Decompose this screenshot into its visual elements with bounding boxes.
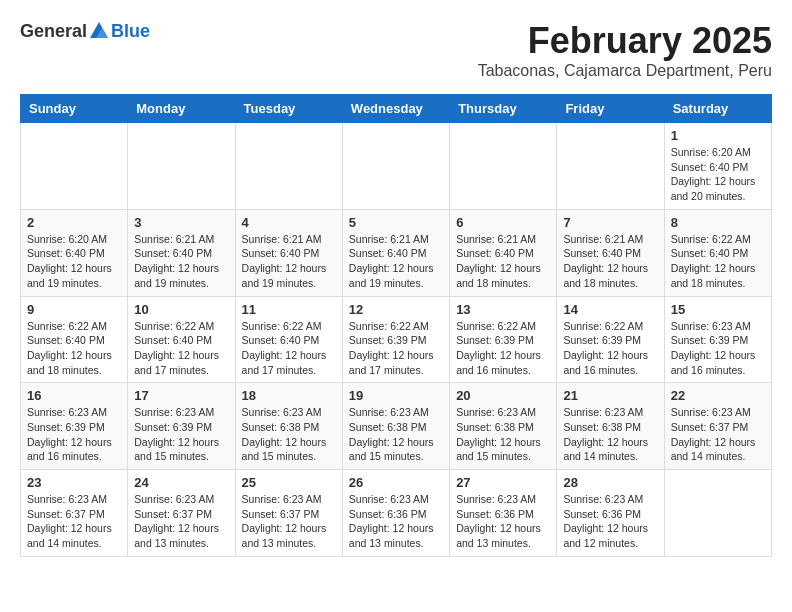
calendar-cell: 28Sunrise: 6:23 AM Sunset: 6:36 PM Dayli… [557, 470, 664, 557]
calendar-cell: 1Sunrise: 6:20 AM Sunset: 6:40 PM Daylig… [664, 123, 771, 210]
calendar-cell: 9Sunrise: 6:22 AM Sunset: 6:40 PM Daylig… [21, 296, 128, 383]
day-number: 15 [671, 302, 765, 317]
day-info: Sunrise: 6:23 AM Sunset: 6:38 PM Dayligh… [456, 405, 550, 464]
day-info: Sunrise: 6:23 AM Sunset: 6:38 PM Dayligh… [242, 405, 336, 464]
calendar-title: February 2025 [478, 20, 772, 62]
calendar-cell: 22Sunrise: 6:23 AM Sunset: 6:37 PM Dayli… [664, 383, 771, 470]
day-number: 1 [671, 128, 765, 143]
day-info: Sunrise: 6:23 AM Sunset: 6:37 PM Dayligh… [134, 492, 228, 551]
logo: General Blue [20, 20, 150, 42]
day-info: Sunrise: 6:20 AM Sunset: 6:40 PM Dayligh… [671, 145, 765, 204]
calendar-cell: 13Sunrise: 6:22 AM Sunset: 6:39 PM Dayli… [450, 296, 557, 383]
logo-general: General [20, 21, 87, 42]
calendar-cell [342, 123, 449, 210]
day-header-monday: Monday [128, 95, 235, 123]
day-info: Sunrise: 6:23 AM Sunset: 6:38 PM Dayligh… [563, 405, 657, 464]
day-number: 22 [671, 388, 765, 403]
calendar-cell: 24Sunrise: 6:23 AM Sunset: 6:37 PM Dayli… [128, 470, 235, 557]
day-info: Sunrise: 6:22 AM Sunset: 6:40 PM Dayligh… [27, 319, 121, 378]
day-number: 14 [563, 302, 657, 317]
day-number: 9 [27, 302, 121, 317]
calendar-subtitle: Tabaconas, Cajamarca Department, Peru [478, 62, 772, 80]
calendar-cell: 5Sunrise: 6:21 AM Sunset: 6:40 PM Daylig… [342, 209, 449, 296]
calendar-header-row: SundayMondayTuesdayWednesdayThursdayFrid… [21, 95, 772, 123]
week-row-2: 2Sunrise: 6:20 AM Sunset: 6:40 PM Daylig… [21, 209, 772, 296]
calendar-cell: 7Sunrise: 6:21 AM Sunset: 6:40 PM Daylig… [557, 209, 664, 296]
calendar-cell: 20Sunrise: 6:23 AM Sunset: 6:38 PM Dayli… [450, 383, 557, 470]
day-header-tuesday: Tuesday [235, 95, 342, 123]
day-number: 3 [134, 215, 228, 230]
day-info: Sunrise: 6:23 AM Sunset: 6:36 PM Dayligh… [349, 492, 443, 551]
day-number: 16 [27, 388, 121, 403]
day-number: 13 [456, 302, 550, 317]
calendar-cell: 25Sunrise: 6:23 AM Sunset: 6:37 PM Dayli… [235, 470, 342, 557]
day-info: Sunrise: 6:23 AM Sunset: 6:36 PM Dayligh… [456, 492, 550, 551]
calendar-cell: 15Sunrise: 6:23 AM Sunset: 6:39 PM Dayli… [664, 296, 771, 383]
day-info: Sunrise: 6:23 AM Sunset: 6:37 PM Dayligh… [671, 405, 765, 464]
calendar-cell: 8Sunrise: 6:22 AM Sunset: 6:40 PM Daylig… [664, 209, 771, 296]
day-number: 19 [349, 388, 443, 403]
day-info: Sunrise: 6:22 AM Sunset: 6:40 PM Dayligh… [134, 319, 228, 378]
day-header-friday: Friday [557, 95, 664, 123]
week-row-5: 23Sunrise: 6:23 AM Sunset: 6:37 PM Dayli… [21, 470, 772, 557]
calendar-cell: 10Sunrise: 6:22 AM Sunset: 6:40 PM Dayli… [128, 296, 235, 383]
calendar-cell: 27Sunrise: 6:23 AM Sunset: 6:36 PM Dayli… [450, 470, 557, 557]
day-number: 17 [134, 388, 228, 403]
day-number: 5 [349, 215, 443, 230]
day-header-sunday: Sunday [21, 95, 128, 123]
day-info: Sunrise: 6:23 AM Sunset: 6:39 PM Dayligh… [134, 405, 228, 464]
calendar-cell: 17Sunrise: 6:23 AM Sunset: 6:39 PM Dayli… [128, 383, 235, 470]
day-info: Sunrise: 6:23 AM Sunset: 6:39 PM Dayligh… [671, 319, 765, 378]
calendar-cell [235, 123, 342, 210]
calendar-cell: 3Sunrise: 6:21 AM Sunset: 6:40 PM Daylig… [128, 209, 235, 296]
calendar-cell [450, 123, 557, 210]
week-row-4: 16Sunrise: 6:23 AM Sunset: 6:39 PM Dayli… [21, 383, 772, 470]
day-number: 4 [242, 215, 336, 230]
calendar-cell: 26Sunrise: 6:23 AM Sunset: 6:36 PM Dayli… [342, 470, 449, 557]
day-number: 18 [242, 388, 336, 403]
calendar-cell: 12Sunrise: 6:22 AM Sunset: 6:39 PM Dayli… [342, 296, 449, 383]
week-row-3: 9Sunrise: 6:22 AM Sunset: 6:40 PM Daylig… [21, 296, 772, 383]
day-info: Sunrise: 6:22 AM Sunset: 6:39 PM Dayligh… [349, 319, 443, 378]
day-info: Sunrise: 6:22 AM Sunset: 6:40 PM Dayligh… [671, 232, 765, 291]
day-number: 28 [563, 475, 657, 490]
day-header-wednesday: Wednesday [342, 95, 449, 123]
day-header-thursday: Thursday [450, 95, 557, 123]
day-info: Sunrise: 6:20 AM Sunset: 6:40 PM Dayligh… [27, 232, 121, 291]
day-number: 2 [27, 215, 121, 230]
logo-icon [88, 20, 110, 42]
day-number: 6 [456, 215, 550, 230]
day-info: Sunrise: 6:23 AM Sunset: 6:37 PM Dayligh… [242, 492, 336, 551]
day-info: Sunrise: 6:21 AM Sunset: 6:40 PM Dayligh… [242, 232, 336, 291]
day-info: Sunrise: 6:21 AM Sunset: 6:40 PM Dayligh… [456, 232, 550, 291]
day-number: 25 [242, 475, 336, 490]
day-number: 20 [456, 388, 550, 403]
calendar-cell: 6Sunrise: 6:21 AM Sunset: 6:40 PM Daylig… [450, 209, 557, 296]
day-info: Sunrise: 6:21 AM Sunset: 6:40 PM Dayligh… [563, 232, 657, 291]
day-info: Sunrise: 6:22 AM Sunset: 6:40 PM Dayligh… [242, 319, 336, 378]
calendar-cell: 19Sunrise: 6:23 AM Sunset: 6:38 PM Dayli… [342, 383, 449, 470]
calendar-table: SundayMondayTuesdayWednesdayThursdayFrid… [20, 94, 772, 557]
day-number: 8 [671, 215, 765, 230]
day-info: Sunrise: 6:23 AM Sunset: 6:37 PM Dayligh… [27, 492, 121, 551]
calendar-cell [557, 123, 664, 210]
day-number: 27 [456, 475, 550, 490]
logo-blue: Blue [111, 21, 150, 42]
day-info: Sunrise: 6:23 AM Sunset: 6:39 PM Dayligh… [27, 405, 121, 464]
day-number: 11 [242, 302, 336, 317]
day-number: 26 [349, 475, 443, 490]
day-header-saturday: Saturday [664, 95, 771, 123]
calendar-cell: 18Sunrise: 6:23 AM Sunset: 6:38 PM Dayli… [235, 383, 342, 470]
day-info: Sunrise: 6:21 AM Sunset: 6:40 PM Dayligh… [349, 232, 443, 291]
day-number: 10 [134, 302, 228, 317]
day-number: 23 [27, 475, 121, 490]
calendar-cell: 23Sunrise: 6:23 AM Sunset: 6:37 PM Dayli… [21, 470, 128, 557]
calendar-cell: 4Sunrise: 6:21 AM Sunset: 6:40 PM Daylig… [235, 209, 342, 296]
calendar-header: February 2025 Tabaconas, Cajamarca Depar… [478, 20, 772, 80]
day-info: Sunrise: 6:23 AM Sunset: 6:38 PM Dayligh… [349, 405, 443, 464]
calendar-cell [21, 123, 128, 210]
day-info: Sunrise: 6:21 AM Sunset: 6:40 PM Dayligh… [134, 232, 228, 291]
calendar-cell [664, 470, 771, 557]
day-info: Sunrise: 6:23 AM Sunset: 6:36 PM Dayligh… [563, 492, 657, 551]
calendar-cell: 16Sunrise: 6:23 AM Sunset: 6:39 PM Dayli… [21, 383, 128, 470]
